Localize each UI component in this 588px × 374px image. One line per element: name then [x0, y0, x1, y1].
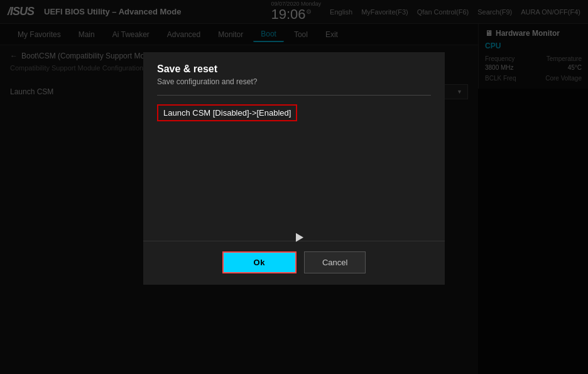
dialog-divider [157, 95, 431, 96]
dialog-body [143, 134, 445, 241]
dialog-subtitle: Save configuration and reset? [157, 77, 431, 86]
save-reset-overlay: Save & reset Save configuration and rese… [0, 0, 588, 374]
cancel-button[interactable]: Cancel [304, 251, 366, 273]
ok-button[interactable]: Ok [222, 251, 297, 273]
dialog-change-text: Launch CSM [Disabled]->[Enabled] [157, 104, 297, 121]
dialog-footer: Ok Cancel [143, 241, 445, 285]
save-reset-dialog: Save & reset Save configuration and rese… [143, 52, 445, 285]
dialog-header: Save & reset Save configuration and rese… [143, 52, 445, 95]
dialog-title: Save & reset [157, 63, 431, 75]
